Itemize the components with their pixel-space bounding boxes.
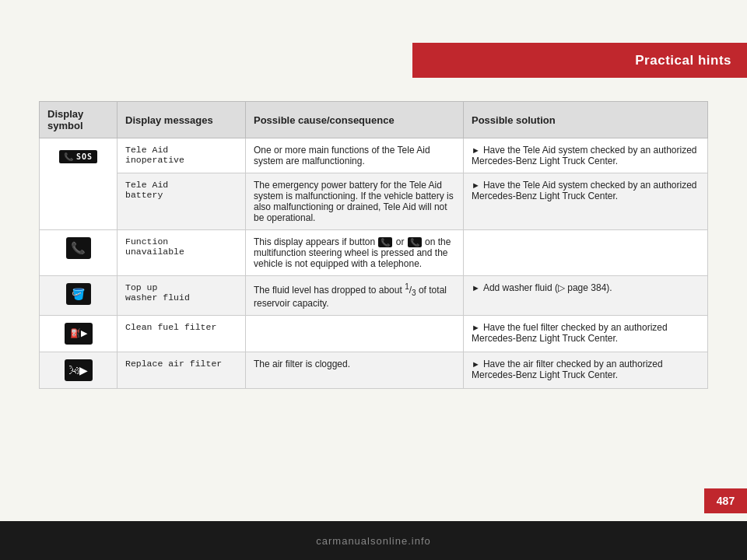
symbol-cell-air: 🌬▶ [40, 352, 117, 388]
symbol-cell-fuel: ⛽▶ [40, 315, 117, 352]
watermark: carmanualsonline.info [0, 521, 747, 560]
col-header-message: Display messages [117, 102, 246, 138]
table-row: 🪣 Top upwasher fluid The fluid level has… [40, 276, 708, 315]
cause-cell-5 [246, 315, 464, 352]
air-filter-icon: 🌬▶ [65, 359, 93, 381]
table-row: 🌬▶ Replace air filter The air filter is … [40, 352, 708, 388]
message-cell-6: Replace air filter [117, 352, 246, 388]
table-row: 📞 Functionunavailable This display appea… [40, 230, 708, 276]
solution-cell-2: ►Have the Tele Aid system checked by an … [464, 173, 708, 230]
inline-phone-icon-1: 📞 [378, 237, 392, 247]
col-header-cause: Possible cause/consequence [246, 102, 464, 138]
message-cell-3: Functionunavailable [117, 230, 246, 276]
solution-cell-5: ►Have the fuel filter checked by an auth… [464, 315, 708, 352]
phone-icon: 📞 [66, 237, 91, 259]
arrow-icon-6: ► [472, 359, 480, 369]
sos-icon: 📞 SOS [59, 150, 97, 163]
table-row: 📞 SOS Tele Aidinoperative One or more ma… [40, 138, 708, 173]
col-header-symbol: Display symbol [40, 102, 117, 138]
message-cell-1: Tele Aidinoperative [117, 138, 246, 173]
inline-phone-icon-2: 📞 [408, 237, 422, 247]
arrow-icon-5: ► [472, 323, 480, 332]
fraction-subscript: 3 [412, 289, 416, 298]
col-header-solution: Possible solution [464, 102, 708, 138]
arrow-icon-1: ► [472, 145, 480, 155]
message-cell-4: Top upwasher fluid [117, 276, 246, 315]
arrow-icon-4: ► [472, 283, 480, 292]
solution-cell-4: ►Add washer fluid (▷ page 384). [464, 276, 708, 315]
washer-icon: 🪣 [66, 283, 91, 305]
cause-cell-3: This display appears if button 📞 or 📞 on… [246, 230, 464, 276]
cause-cell-6: The air filter is clogged. [246, 352, 464, 388]
sos-phone-symbol: 📞 [64, 152, 74, 161]
data-table: Display symbol Display messages Possible… [39, 101, 708, 389]
watermark-text: carmanualsonline.info [316, 535, 430, 547]
fuel-filter-icon: ⛽▶ [65, 323, 93, 345]
main-table-container: Display symbol Display messages Possible… [39, 101, 708, 389]
table-header-row: Display symbol Display messages Possible… [40, 102, 708, 138]
solution-cell-6: ►Have the air filter checked by an autho… [464, 352, 708, 388]
cause-cell-4: The fluid level has dropped to about 1/3… [246, 276, 464, 315]
message-cell-2: Tele Aidbattery [117, 173, 246, 230]
symbol-cell-phone: 📞 [40, 230, 117, 276]
page-title: Practical hints [635, 53, 731, 68]
table-row: ⛽▶ Clean fuel filter ►Have the fuel filt… [40, 315, 708, 352]
solution-cell-3 [464, 230, 708, 276]
cause-cell-2: The emergency power battery for the Tele… [246, 173, 464, 230]
fraction-superscript: 1 [405, 282, 409, 291]
message-cell-5: Clean fuel filter [117, 315, 246, 352]
symbol-cell-sos: 📞 SOS [40, 138, 117, 230]
page-number: 487 [717, 495, 735, 507]
symbol-cell-washer: 🪣 [40, 276, 117, 315]
table-row: Tele Aidbattery The emergency power batt… [40, 173, 708, 230]
cause-cell-1: One or more main functions of the Tele A… [246, 138, 464, 173]
header-bar: Practical hints [412, 43, 747, 78]
arrow-icon-2: ► [472, 180, 480, 190]
page-number-badge: 487 [704, 488, 747, 513]
solution-cell-1: ►Have the Tele Aid system checked by an … [464, 138, 708, 173]
